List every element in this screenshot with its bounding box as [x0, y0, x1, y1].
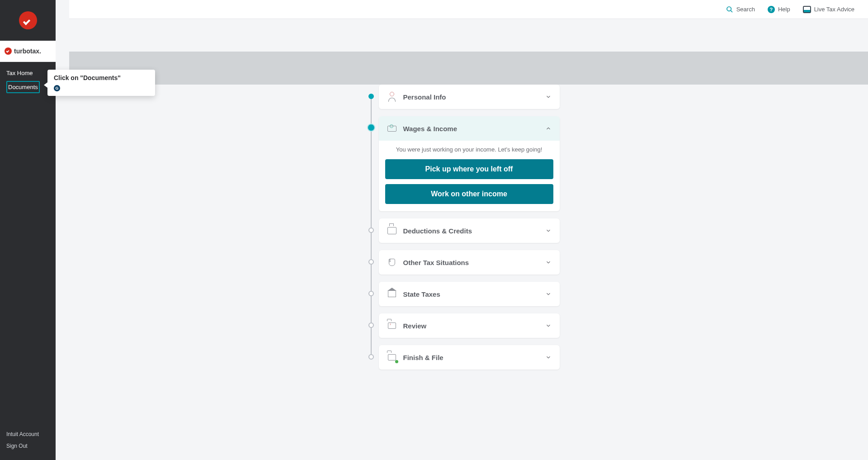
timeline-dot-icon — [368, 322, 374, 328]
help-label: Help — [778, 6, 790, 13]
sidebar: turbotax. Tax Home Documents Intuit Acco… — [0, 0, 56, 460]
brand-box: turbotax. — [0, 41, 56, 62]
resume-button[interactable]: Pick up where you left off — [385, 159, 553, 179]
advisor-icon — [803, 6, 811, 13]
section-state-taxes[interactable]: State Taxes — [379, 282, 560, 306]
svg-line-1 — [731, 10, 732, 12]
help-button[interactable]: ? Help — [768, 6, 790, 13]
timeline-dot-icon — [368, 291, 374, 296]
app-logo — [0, 0, 56, 41]
timeline-dot-icon — [368, 124, 374, 131]
nav-intuit-account[interactable]: Intuit Account — [6, 428, 49, 440]
section-deductions[interactable]: Deductions & Credits — [379, 218, 560, 243]
bank-icon — [387, 289, 397, 299]
chevron-up-icon — [545, 125, 552, 132]
section-other-situations[interactable]: Other Tax Situations — [379, 250, 560, 275]
search-icon — [726, 6, 733, 13]
logo-check-icon — [19, 11, 37, 29]
timeline-personal-info: Personal Info — [379, 85, 560, 109]
section-message: You were just working on your income. Le… — [385, 146, 553, 153]
section-finish-file[interactable]: Finish & File — [379, 345, 560, 370]
timeline-other-situations: Other Tax Situations — [379, 250, 560, 275]
sidebar-nav: Tax Home Documents — [0, 62, 56, 424]
chevron-down-icon — [545, 322, 552, 329]
timeline-dot-icon — [368, 228, 374, 233]
timeline-state-taxes: State Taxes — [379, 282, 560, 306]
search-button[interactable]: Search — [726, 6, 755, 13]
section-title: Review — [403, 322, 545, 330]
main-area: Search ? Help Live Tax Advice Personal I… — [56, 0, 868, 460]
section-body: You were just working on your income. Le… — [379, 141, 560, 211]
live-advice-button[interactable]: Live Tax Advice — [803, 6, 854, 13]
help-icon: ? — [768, 6, 775, 13]
section-personal-info[interactable]: Personal Info — [379, 85, 560, 109]
brand-text: turbotax. — [14, 47, 41, 55]
money-bag-icon — [387, 257, 397, 267]
live-advice-label: Live Tax Advice — [814, 6, 854, 13]
section-title: Wages & Income — [403, 125, 545, 133]
section-review[interactable]: Review — [379, 313, 560, 338]
nav-sign-out[interactable]: Sign Out — [6, 440, 49, 452]
timeline-finish-file: Finish & File — [379, 345, 560, 370]
timeline-dot-icon — [368, 259, 374, 265]
chevron-down-icon — [545, 228, 552, 234]
section-title: State Taxes — [403, 290, 545, 298]
folder-icon — [387, 321, 397, 331]
section-title: Other Tax Situations — [403, 259, 545, 266]
section-wages-income[interactable]: Wages & Income — [379, 116, 560, 141]
nav-documents[interactable]: Documents — [6, 81, 40, 93]
chevron-down-icon — [545, 291, 552, 297]
tooltip-badge-icon: G — [54, 85, 60, 91]
timeline-review: Review — [379, 313, 560, 338]
section-title: Finish & File — [403, 354, 545, 361]
folder-check-icon — [387, 352, 397, 362]
search-label: Search — [736, 6, 755, 13]
timeline-deductions: Deductions & Credits — [379, 218, 560, 243]
chevron-down-icon — [545, 94, 552, 100]
section-title: Deductions & Credits — [403, 227, 545, 235]
tooltip-text: Click on "Documents" — [54, 74, 142, 81]
timeline-line — [371, 95, 372, 358]
deductions-icon — [387, 226, 397, 236]
other-income-button[interactable]: Work on other income — [385, 184, 553, 204]
svg-point-0 — [727, 7, 731, 11]
timeline: Personal Info Wages & Income You were ju… — [379, 85, 560, 370]
topbar: Search ? Help Live Tax Advice — [69, 0, 868, 19]
logo-check-icon — [5, 47, 12, 55]
chevron-down-icon — [545, 354, 552, 360]
instruction-tooltip: Click on "Documents" G — [47, 70, 155, 96]
chevron-down-icon — [545, 259, 552, 266]
cash-icon — [387, 123, 397, 133]
banner — [69, 52, 868, 85]
timeline-dot-icon — [368, 354, 374, 360]
sidebar-bottom: Intuit Account Sign Out — [0, 424, 56, 460]
person-icon — [387, 92, 397, 102]
timeline-wages-income: Wages & Income You were just working on … — [379, 116, 560, 211]
timeline-dot-icon — [368, 94, 374, 99]
section-title: Personal Info — [403, 93, 545, 101]
